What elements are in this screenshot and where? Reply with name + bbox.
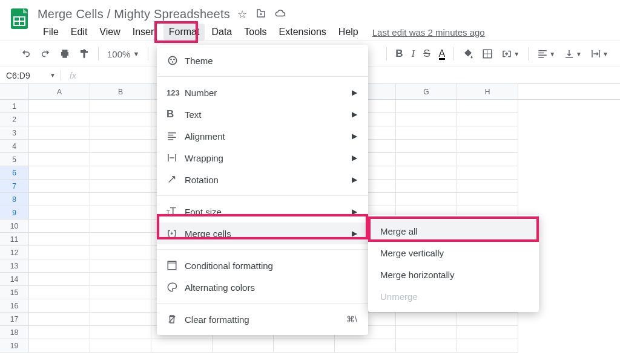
cell[interactable] [90,339,151,353]
row-header[interactable]: 3 [0,126,29,140]
menu-item-alignment[interactable]: Alignment▶ [157,125,368,147]
move-icon[interactable] [256,8,266,21]
cell[interactable] [457,140,518,153]
cell[interactable] [457,326,518,339]
menu-view[interactable]: View [94,24,125,41]
cell[interactable] [90,259,151,273]
cell[interactable] [29,339,90,353]
cell[interactable] [90,219,151,233]
cell[interactable] [396,326,457,339]
submenu-item-merge-vertically[interactable]: Merge vertically [368,242,539,264]
cell[interactable] [274,339,335,353]
document-title[interactable]: Merge Cells / Mighty Spreadsheets [38,7,230,21]
last-edit-link[interactable]: Last edit was 2 minutes ago [372,27,485,37]
cell[interactable] [457,153,518,166]
row-header[interactable]: 4 [0,140,29,153]
submenu-item-merge-all[interactable]: Merge all [368,220,539,242]
row-header[interactable]: 10 [0,219,29,233]
star-icon[interactable]: ☆ [237,8,247,21]
borders-icon[interactable] [482,48,493,59]
cell[interactable] [396,313,457,326]
cell[interactable] [396,140,457,153]
cell[interactable] [29,126,90,140]
cell[interactable] [457,100,518,113]
cell[interactable] [457,313,518,326]
cell[interactable] [335,339,396,353]
row-header[interactable]: 5 [0,153,29,166]
row-header[interactable]: 14 [0,273,29,286]
menu-item-rotation[interactable]: Rotation▶ [157,169,368,190]
column-header[interactable]: A [29,84,90,99]
cell[interactable] [396,193,457,206]
cell[interactable] [457,339,518,353]
menu-file[interactable]: File [38,24,64,41]
cell[interactable] [29,273,90,286]
row-header[interactable]: 15 [0,286,29,299]
cell[interactable] [90,313,151,326]
sheets-logo[interactable] [6,5,33,31]
cell[interactable] [90,100,151,113]
row-header[interactable]: 7 [0,180,29,193]
italic-icon[interactable]: I [412,48,415,60]
menu-item-merge-cells[interactable]: Merge cells▶ [157,223,368,244]
undo-icon[interactable] [21,48,31,59]
cell[interactable] [457,166,518,180]
print-icon[interactable] [59,48,70,59]
vertical-align-icon[interactable]: ▼ [564,48,582,59]
cell[interactable] [29,166,90,180]
row-header[interactable]: 9 [0,206,29,219]
submenu-item-merge-horizontally[interactable]: Merge horizontally [368,264,539,285]
row-header[interactable]: 11 [0,233,29,246]
menu-item-wrapping[interactable]: Wrapping▶ [157,147,368,169]
merge-toolbar-icon[interactable]: ▼ [501,48,519,59]
row-header[interactable]: 19 [0,339,29,353]
strikethrough-icon[interactable]: S [423,48,430,60]
text-color-icon[interactable]: A [439,48,446,60]
cell[interactable] [457,180,518,193]
cloud-icon[interactable] [275,8,286,21]
cell[interactable] [29,246,90,259]
cell[interactable] [29,219,90,233]
zoom-selector[interactable]: 100%▼ [107,49,139,59]
cell[interactable] [29,326,90,339]
redo-icon[interactable] [40,48,51,59]
row-header[interactable]: 12 [0,246,29,259]
fill-color-icon[interactable] [463,48,473,59]
cell[interactable] [457,113,518,126]
cell[interactable] [90,113,151,126]
cell[interactable] [29,286,90,299]
cell[interactable] [396,180,457,193]
name-box[interactable]: C6:D9▼ [0,71,61,80]
paint-format-icon[interactable] [79,48,90,59]
menu-insert[interactable]: Insert [127,24,162,41]
cell[interactable] [90,206,151,219]
cell[interactable] [29,259,90,273]
bold-icon[interactable]: B [395,48,403,60]
cell[interactable] [213,339,274,353]
cell[interactable] [90,299,151,313]
cell[interactable] [396,100,457,113]
cell[interactable] [90,193,151,206]
cell[interactable] [90,273,151,286]
cell[interactable] [90,140,151,153]
menu-format[interactable]: Format [163,24,205,41]
cell[interactable] [90,180,151,193]
row-header[interactable]: 6 [0,166,29,180]
cell[interactable] [90,126,151,140]
column-header[interactable]: G [396,84,457,99]
row-header[interactable]: 8 [0,193,29,206]
cell[interactable] [90,153,151,166]
cell[interactable] [90,326,151,339]
cell[interactable] [396,113,457,126]
row-header[interactable]: 17 [0,313,29,326]
cell[interactable] [90,246,151,259]
menu-item-theme[interactable]: Theme [157,50,368,71]
cell[interactable] [29,153,90,166]
cell[interactable] [29,206,90,219]
cell[interactable] [90,286,151,299]
row-header[interactable]: 2 [0,113,29,126]
menu-item-text[interactable]: BText▶ [157,103,368,125]
cell[interactable] [29,313,90,326]
row-header[interactable]: 13 [0,259,29,273]
menu-item-clear-formatting[interactable]: Clear formatting⌘\ [157,308,368,330]
